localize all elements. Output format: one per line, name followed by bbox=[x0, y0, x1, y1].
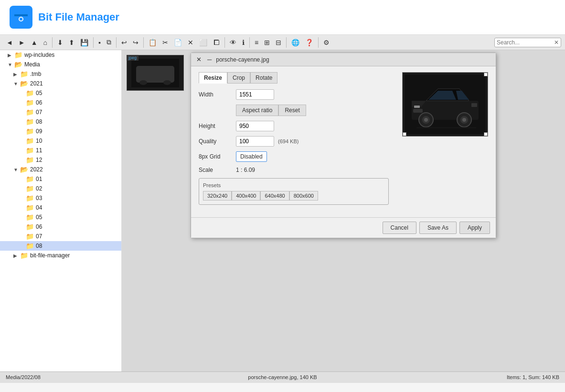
sidebar-item-2021-10[interactable]: 📁 10 bbox=[0, 136, 121, 146]
network-btn[interactable]: 🌐 bbox=[289, 37, 302, 48]
nav-forward-btn[interactable]: ► bbox=[16, 37, 28, 48]
width-row: Width bbox=[199, 89, 389, 100]
folder-open-icon: 📂 bbox=[20, 80, 28, 87]
chevron-right-icon: ▶ bbox=[13, 72, 18, 77]
search-input[interactable] bbox=[497, 39, 554, 46]
quality-input[interactable] bbox=[236, 136, 274, 147]
aspect-btn-group: Aspect ratio Reset bbox=[236, 105, 306, 116]
nav-back-btn[interactable]: ◄ bbox=[4, 37, 15, 48]
page-footer: Changelog | Contacts | Review | Bit Apps bbox=[0, 382, 565, 392]
undo-btn[interactable]: ↩ bbox=[119, 37, 129, 48]
quality-label: Quality bbox=[199, 138, 232, 145]
preset-400x400[interactable]: 400x400 bbox=[232, 191, 260, 201]
main-area: ▶ 📁 wp-includes ▼ 📂 Media ▶ 📁 .tmb ▼ 📂 2… bbox=[0, 50, 565, 371]
car-preview-image bbox=[403, 73, 488, 136]
apply-button[interactable]: Apply bbox=[459, 222, 490, 234]
tab-rotate[interactable]: Rotate bbox=[250, 72, 277, 84]
app-header: Bit File Manager bbox=[0, 0, 565, 35]
aspect-ratio-btn[interactable]: Aspect ratio bbox=[236, 105, 278, 116]
search-box: ✕ bbox=[494, 38, 561, 47]
sidebar-item-2021-09[interactable]: 📁 09 bbox=[0, 127, 121, 136]
preset-640x480[interactable]: 640x480 bbox=[260, 191, 289, 201]
sidebar-item-2021-08[interactable]: 📁 08 bbox=[0, 117, 121, 127]
cut-btn[interactable]: ✂ bbox=[160, 37, 171, 48]
paste-btn[interactable]: 📄 bbox=[171, 37, 184, 48]
sidebar-item-2022-06[interactable]: 📁 06 bbox=[0, 222, 121, 232]
info-btn[interactable]: ℹ bbox=[240, 37, 247, 48]
sidebar-item-2021-06[interactable]: 📁 06 bbox=[0, 98, 121, 107]
preset-320x240[interactable]: 320x240 bbox=[203, 191, 232, 201]
sidebar-item-tmb[interactable]: ▶ 📁 .tmb bbox=[0, 69, 121, 79]
cancel-button[interactable]: Cancel bbox=[383, 222, 416, 234]
sidebar-item-label: 10 bbox=[36, 138, 42, 144]
svg-rect-1 bbox=[14, 14, 28, 16]
folder-icon: 📁 bbox=[26, 156, 34, 164]
grid-view-btn[interactable]: ⊞ bbox=[262, 37, 272, 48]
sidebar-item-2022-04[interactable]: 📁 04 bbox=[0, 203, 121, 212]
sidebar-item-2022-02[interactable]: 📁 02 bbox=[0, 184, 121, 193]
sidebar-item-2022-03[interactable]: 📁 03 bbox=[0, 193, 121, 203]
sidebar-item-bit-file-manager[interactable]: ▶ 📁 bit-file-manager bbox=[0, 251, 121, 260]
delete-btn[interactable]: ✕ bbox=[185, 37, 196, 48]
sidebar-item-2021-05[interactable]: 📁 05 bbox=[0, 88, 121, 98]
select-all-btn[interactable]: ⧠ bbox=[211, 37, 222, 48]
copy-btn[interactable]: 📋 bbox=[146, 37, 159, 48]
sidebar-item-label: bit-file-manager bbox=[30, 252, 70, 259]
grid-dropdown[interactable]: Disabled bbox=[236, 151, 267, 162]
upload-btn[interactable]: ⬆ bbox=[66, 37, 77, 48]
folder-icon: 📁 bbox=[20, 70, 28, 78]
resize-handle-br[interactable] bbox=[484, 132, 488, 136]
duplicate-btn[interactable]: ⧉ bbox=[104, 37, 114, 48]
sidebar-item-2022[interactable]: ▼ 📂 2022 bbox=[0, 165, 121, 174]
settings-btn[interactable]: ⚙ bbox=[321, 37, 332, 48]
preset-buttons: 320x240 400x400 640x480 800x600 bbox=[203, 191, 384, 201]
list-view-btn[interactable]: ≡ bbox=[252, 37, 261, 48]
sidebar-item-2022-05[interactable]: 📁 05 bbox=[0, 212, 121, 222]
resize-handle-tr[interactable] bbox=[484, 73, 488, 76]
folder-icon: 📁 bbox=[26, 108, 34, 116]
tab-crop[interactable]: Crop bbox=[227, 72, 250, 84]
sidebar-item-media[interactable]: ▼ 📂 Media bbox=[0, 60, 121, 69]
tab-resize[interactable]: Resize bbox=[199, 72, 227, 84]
sidebar-item-2021-12[interactable]: 📁 12 bbox=[0, 155, 121, 165]
folder-icon: 📁 bbox=[26, 99, 34, 106]
new-window-btn[interactable]: ▪ bbox=[96, 37, 103, 48]
sidebar-item-label: 04 bbox=[36, 204, 42, 211]
sidebar-item-2021[interactable]: ▼ 📂 2021 bbox=[0, 79, 121, 88]
resize-handle-bl[interactable] bbox=[403, 132, 406, 136]
chevron-right-icon: ▶ bbox=[13, 253, 18, 258]
redo-btn[interactable]: ↪ bbox=[130, 37, 141, 48]
home-btn[interactable]: ⌂ bbox=[41, 37, 50, 48]
height-input[interactable] bbox=[236, 121, 274, 131]
dialog-minimize-btn[interactable]: ─ bbox=[206, 55, 213, 64]
preset-800x600[interactable]: 800x600 bbox=[289, 191, 318, 201]
sidebar-item-2021-11[interactable]: 📁 11 bbox=[0, 146, 121, 155]
select-btn[interactable]: ⬜ bbox=[197, 37, 210, 48]
dialog-close-btn[interactable]: ✕ bbox=[195, 55, 203, 64]
image-preview bbox=[402, 72, 488, 137]
folder-icon: 📁 bbox=[26, 137, 34, 145]
sep7 bbox=[286, 37, 287, 48]
view-eye-btn[interactable]: 👁 bbox=[227, 37, 239, 48]
nav-up-btn[interactable]: ▲ bbox=[29, 37, 40, 48]
help-btn[interactable]: ❓ bbox=[303, 37, 316, 48]
sidebar-item-2022-01[interactable]: 📁 01 bbox=[0, 174, 121, 184]
save-as-button[interactable]: Save As bbox=[419, 222, 457, 234]
sidebar-item-2021-07[interactable]: 📁 07 bbox=[0, 107, 121, 117]
sidebar-item-2022-07[interactable]: 📁 07 bbox=[0, 232, 121, 241]
download-btn[interactable]: ⬇ bbox=[55, 37, 65, 48]
svg-point-3 bbox=[20, 18, 22, 21]
quality-hint: (694 KB) bbox=[278, 138, 298, 144]
reset-btn[interactable]: Reset bbox=[278, 105, 306, 116]
detail-view-btn[interactable]: ⊟ bbox=[273, 37, 284, 48]
sidebar-item-2022-08[interactable]: 📁 08 bbox=[0, 241, 121, 251]
folder-icon: 📁 bbox=[26, 118, 34, 126]
search-clear-icon[interactable]: ✕ bbox=[554, 39, 559, 46]
sidebar-item-wp-includes[interactable]: ▶ 📁 wp-includes bbox=[0, 50, 121, 60]
sidebar-item-label: 12 bbox=[36, 157, 42, 163]
sep6 bbox=[249, 37, 250, 48]
save-btn[interactable]: 💾 bbox=[78, 37, 91, 48]
folder-icon: 📁 bbox=[26, 233, 34, 240]
width-input[interactable] bbox=[236, 89, 274, 100]
sep3 bbox=[116, 37, 117, 48]
